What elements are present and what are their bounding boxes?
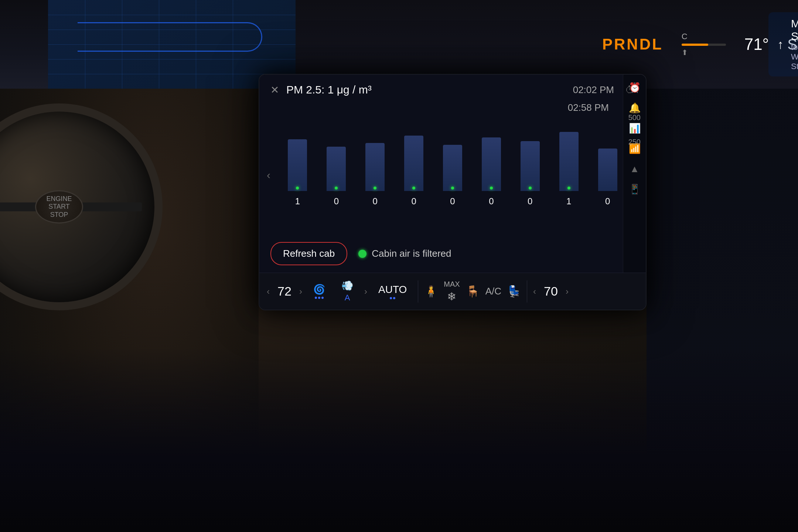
climate-temp-right: ‹ 70 › — [533, 284, 569, 299]
bar-value-8: 0 — [605, 196, 610, 207]
bottom-bg-gradient — [0, 347, 798, 532]
chart-bar-container-8 — [591, 117, 624, 191]
chart-bar-group-7: 1 — [553, 117, 585, 207]
climate-control-bar: ‹ 72 › 🌀 💨 A › AUTO — [259, 273, 646, 310]
fan-speed-control[interactable]: 🌀 — [308, 281, 330, 302]
bar-dot-7 — [567, 187, 570, 190]
chart-sidebar-icon[interactable]: 📊 — [629, 123, 641, 134]
max-defrost-button[interactable]: MAX ❄ — [444, 280, 460, 303]
temp-left-increase[interactable]: › — [299, 286, 302, 297]
chart-bar-group-8: 0 — [591, 117, 624, 207]
gear-sub-icon: ⬆ — [682, 48, 726, 57]
chart-bar-group-3: 0 — [398, 117, 430, 207]
map-grid-h5 — [48, 74, 299, 74]
climate-temp-left-value: 72 — [273, 284, 296, 299]
chart-bar-container-1 — [320, 117, 352, 191]
scale-label-250: 250 — [628, 138, 641, 146]
chart-bar-group-0: 1 — [282, 117, 314, 207]
bar-dot-6 — [529, 187, 532, 190]
clock-sidebar-icon[interactable]: ⏰ — [629, 82, 641, 93]
bar-value-3: 0 — [411, 196, 416, 207]
nav-sub: toward W 1st St — [791, 42, 798, 71]
fan-speed-dots — [315, 297, 324, 299]
gear-bar-fill — [682, 44, 708, 46]
tablet-sidebar-icon[interactable]: 📱 — [629, 184, 641, 195]
climate-temp-left: ‹ 72 › — [267, 284, 302, 299]
steering-wheel-area: ENGINESTARTSTOP — [0, 103, 163, 310]
airflow-auto-label: A — [345, 293, 350, 303]
chart-bar-container-6 — [514, 117, 546, 191]
aq-time-start: 02:02 PM — [573, 84, 614, 96]
aq-actions-row: Refresh cab Cabin air is filtered — [259, 237, 646, 273]
chart-bar-group-4: 0 — [437, 117, 469, 207]
bar-dot-3 — [412, 187, 415, 190]
chart-bar-container-7 — [553, 117, 585, 191]
auto-dot-1 — [390, 297, 392, 299]
chart-bar-4 — [443, 145, 462, 191]
ac-button[interactable]: A/C — [485, 286, 501, 297]
chart-bar-8 — [598, 149, 617, 191]
fan-dot-2 — [318, 297, 320, 299]
bar-dot-4 — [451, 187, 454, 190]
steering-hub: ENGINESTARTSTOP — [35, 190, 83, 224]
chart-bar-5 — [482, 137, 501, 191]
airflow-mode[interactable]: 💨 A — [336, 277, 358, 306]
bar-value-6: 0 — [528, 196, 532, 207]
main-touchscreen[interactable]: ✕ PM 2.5: 1 μg / m³ 02:02 PM ⏱ spacer 02… — [259, 74, 647, 310]
nav-street: Main St — [791, 17, 798, 42]
chart-bar-0 — [288, 139, 307, 191]
bar-dot-5 — [490, 187, 493, 190]
gear-label: C — [682, 32, 726, 41]
auto-label: AUTO — [378, 284, 407, 296]
seat-button[interactable]: 💺 — [507, 285, 521, 298]
chart-bar-group-1: 0 — [320, 117, 352, 207]
auto-dot-2 — [393, 297, 395, 299]
steering-wheel-rim: ENGINESTARTSTOP — [0, 103, 163, 310]
defrost-icon: ❄ — [447, 290, 456, 303]
temp-right-decrease[interactable]: ‹ — [533, 286, 536, 297]
aq-time-end-label: 02:58 PM — [568, 102, 609, 113]
steering-hub-label: ENGINESTARTSTOP — [46, 195, 72, 219]
max-label: MAX — [444, 280, 460, 289]
cabin-status-label: Cabin air is filtered — [372, 248, 451, 259]
map-grid-h4 — [48, 59, 299, 59]
bar-dot-0 — [296, 187, 299, 190]
nav-route-line — [78, 22, 262, 52]
ac-label: A/C — [485, 286, 501, 297]
climate-divider-1 — [418, 280, 418, 303]
chart-container: 500 250 ‹ 100000010 — [259, 113, 646, 237]
bar-value-4: 0 — [450, 196, 455, 207]
heated-seat-button[interactable]: 🪑 — [466, 285, 480, 298]
temp-left-decrease[interactable]: ‹ — [267, 286, 270, 297]
chart-bar-6 — [521, 141, 540, 191]
chart-bar-group-2: 0 — [359, 117, 391, 207]
bar-value-1: 0 — [334, 196, 339, 207]
climate-temp-right-value: 70 — [540, 284, 562, 299]
seat-heat-icon: 🪑 — [466, 285, 480, 298]
chart-bar-container-2 — [359, 117, 391, 191]
bar-dot-2 — [374, 187, 376, 190]
map-grid-h1 — [48, 15, 299, 15]
touchscreen-right-icons: ⏰ 🔔 📊 📶 ▲ 📱 — [623, 75, 646, 273]
fan-icon: 🌀 — [313, 284, 325, 295]
chart-bar-3 — [404, 136, 423, 191]
chart-bar-container-3 — [398, 117, 430, 191]
temperature-display: 71° — [744, 35, 769, 54]
chart-bar-container-4 — [437, 117, 469, 191]
cabin-air-status: Cabin air is filtered — [358, 248, 451, 259]
aq-time-range: spacer 02:58 PM — [259, 102, 646, 113]
chart-bar-group-6: 0 — [514, 117, 546, 207]
airflow-icon: 💨 — [341, 280, 353, 291]
airflow-arrow[interactable]: › — [364, 286, 367, 297]
temp-right-increase[interactable]: › — [566, 286, 569, 297]
nav-info-text: Main St toward W 1st St — [791, 17, 798, 71]
bar-value-2: 0 — [373, 196, 378, 207]
close-button[interactable]: ✕ — [270, 84, 279, 96]
bar-value-0: 1 — [295, 196, 300, 207]
refresh-cab-button[interactable]: Refresh cab — [270, 242, 347, 265]
nav-sidebar-icon[interactable]: ▲ — [630, 163, 640, 175]
bell-sidebar-icon[interactable]: 🔔 — [629, 102, 641, 114]
person-mode-button[interactable]: 🧍 — [424, 285, 438, 298]
auto-mode-button[interactable]: AUTO — [373, 281, 412, 302]
aq-panel-title: PM 2.5: 1 μg / m³ — [279, 83, 573, 96]
